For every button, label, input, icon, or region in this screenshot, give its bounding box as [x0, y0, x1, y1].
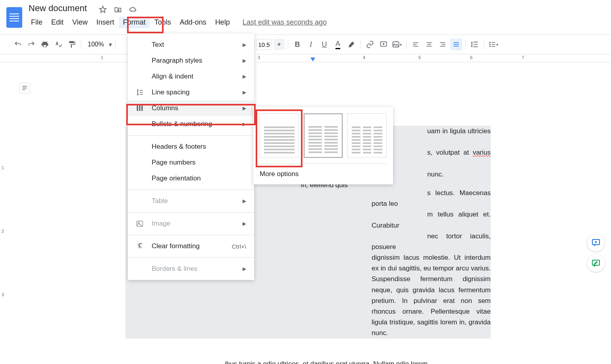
- format-menu-paragraph-styles[interactable]: Paragraph styles▶: [128, 53, 254, 69]
- document-title[interactable]: New document: [27, 2, 89, 14]
- print-button[interactable]: [39, 38, 51, 50]
- outline-button[interactable]: [19, 82, 30, 94]
- format-menu-align-indent[interactable]: Align & indent▶: [128, 69, 254, 84]
- menu-tools[interactable]: Tools: [150, 17, 175, 28]
- columns-submenu: More options: [253, 107, 393, 184]
- italic-button[interactable]: I: [305, 38, 317, 50]
- highlight-button[interactable]: [345, 38, 357, 50]
- ruler-tick: 1: [101, 55, 103, 60]
- align-justify-button[interactable]: [450, 38, 462, 50]
- toolbar: 100% ▾ − + B I U A ▾ ▾: [0, 34, 611, 54]
- header: New document File Edit View Insert Forma…: [0, 0, 611, 34]
- comment-button[interactable]: [378, 38, 389, 50]
- format-menu-line-spacing[interactable]: Line spacing▶: [128, 84, 254, 100]
- format-menu-image: Image▶: [128, 216, 254, 232]
- svg-rect-5: [137, 105, 138, 111]
- menu-file[interactable]: File: [27, 17, 46, 28]
- svg-rect-7: [141, 105, 143, 111]
- suggest-edit-floating[interactable]: [587, 255, 605, 272]
- redo-button[interactable]: [25, 38, 37, 50]
- svg-point-3: [490, 44, 491, 45]
- columns-option-2[interactable]: [304, 113, 343, 158]
- font-size-increase[interactable]: +: [274, 39, 285, 50]
- format-menu-columns[interactable]: Columns▶: [128, 100, 254, 116]
- format-menu-headers-footers[interactable]: Headers & footers: [128, 139, 254, 155]
- ruler-tick: 6: [470, 55, 472, 60]
- undo-button[interactable]: [12, 38, 24, 50]
- align-left-button[interactable]: [410, 38, 422, 50]
- menu-view[interactable]: View: [68, 17, 92, 28]
- format-menu-page-numbers[interactable]: Page numbers: [128, 155, 254, 171]
- menu-edit[interactable]: Edit: [47, 17, 67, 28]
- paint-format-button[interactable]: [66, 38, 78, 50]
- star-icon[interactable]: [99, 6, 107, 13]
- menu-insert[interactable]: Insert: [93, 17, 118, 28]
- svg-rect-6: [139, 105, 140, 111]
- docs-icon[interactable]: [6, 7, 22, 28]
- format-menu-borders-lines: Borders & lines▶: [128, 261, 254, 277]
- cloud-icon[interactable]: [129, 6, 137, 13]
- zoom-select[interactable]: 100%: [85, 39, 107, 50]
- last-edit-link[interactable]: Last edit was seconds ago: [243, 18, 327, 27]
- link-button[interactable]: [364, 38, 376, 50]
- format-menu-table: Table▶: [128, 193, 254, 209]
- svg-point-4: [490, 46, 491, 47]
- ruler-tick: 3: [258, 55, 260, 60]
- format-menu-text[interactable]: Text▶: [128, 37, 254, 53]
- image-button[interactable]: ▾: [391, 38, 403, 50]
- align-right-button[interactable]: [437, 38, 449, 50]
- format-menu-page-orientation[interactable]: Page orientation: [128, 171, 254, 186]
- format-menu-bullets-numbering[interactable]: Bullets & numbering▶: [128, 116, 254, 132]
- menu-format[interactable]: Format: [119, 17, 150, 28]
- spellcheck-button[interactable]: [52, 38, 64, 50]
- list-button[interactable]: ▾: [488, 38, 499, 50]
- font-size-input[interactable]: [256, 39, 272, 50]
- horizontal-ruler: 1 2 3 4 5 6 7: [0, 54, 611, 62]
- columns-more-options[interactable]: More options: [260, 163, 387, 178]
- menu-help[interactable]: Help: [211, 17, 234, 28]
- vertical-ruler: 1 2 3: [0, 62, 9, 363]
- bold-button[interactable]: B: [291, 38, 303, 50]
- doc-paragraph: ibus turpis a odio ultrices, et dapibus …: [125, 358, 491, 364]
- ruler-tick: 4: [363, 55, 365, 60]
- ruler-tick: 5: [418, 55, 421, 60]
- svg-point-2: [490, 42, 491, 43]
- floating-buttons: [587, 234, 605, 272]
- ruler-marker[interactable]: [310, 57, 315, 61]
- underline-button[interactable]: U: [318, 38, 330, 50]
- menu-addons[interactable]: Add-ons: [176, 17, 210, 28]
- format-menu-clear-formatting[interactable]: Clear formattingCtrl+\: [128, 238, 254, 254]
- add-comment-floating[interactable]: [587, 234, 605, 251]
- move-icon[interactable]: [114, 6, 122, 13]
- menubar: File Edit View Insert Format Tools Add-o…: [27, 13, 605, 31]
- columns-option-1[interactable]: [260, 113, 299, 158]
- align-center-button[interactable]: [423, 38, 435, 50]
- ruler-tick: 7: [522, 55, 524, 60]
- columns-option-3[interactable]: [347, 113, 387, 158]
- line-spacing-button[interactable]: [469, 38, 481, 50]
- format-menu: Text▶Paragraph styles▶Align & indent▶Lin…: [128, 34, 254, 280]
- title-area: New document File Edit View Insert Forma…: [27, 3, 605, 31]
- text-color-button[interactable]: A: [332, 38, 344, 50]
